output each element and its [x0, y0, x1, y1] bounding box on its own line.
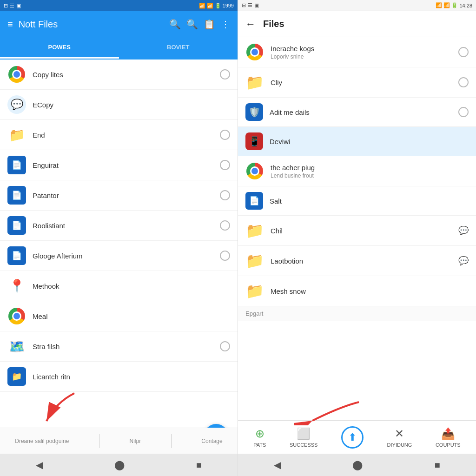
tab-powes[interactable]: POWES	[0, 37, 119, 59]
app-name: Enguirat	[33, 161, 213, 169]
shield-file-icon: 🛡️	[245, 103, 263, 121]
radio-button[interactable]	[220, 190, 230, 200]
chrome-file-icon	[245, 43, 264, 61]
folder-file-icon-2: 📁	[245, 221, 264, 240]
file-item[interactable]: 📄 Salt	[238, 186, 476, 216]
file-name: Adit me dails	[270, 108, 452, 116]
file-item[interactable]: 📁 Cliy	[238, 67, 476, 98]
file-name: Mesh snow	[271, 287, 469, 295]
system-nav-bar-right: ◀ ⬤ ■	[238, 454, 476, 476]
app-name: ECopy	[33, 101, 230, 109]
folder-app-icon: 📁	[7, 126, 26, 144]
clip-icon[interactable]: 📋	[204, 19, 215, 30]
file-radio[interactable]	[458, 47, 469, 57]
list-item[interactable]: 📄 Enguirat	[0, 150, 238, 180]
radio-button[interactable]	[220, 130, 230, 140]
upload-button[interactable]: ⬆	[341, 426, 364, 449]
radio-button[interactable]	[220, 220, 230, 231]
right-status-left: ⊟☰▣	[242, 2, 259, 8]
list-item[interactable]: Copy lites	[0, 60, 238, 90]
app-name: Licantch ritn	[33, 373, 230, 381]
app-name: Patantor	[33, 192, 213, 199]
section-label: Epgart	[238, 306, 476, 321]
status-icons-left: ⊟☰▣	[4, 3, 21, 9]
list-item[interactable]: 📄 Patantor	[0, 180, 238, 211]
file-info: Laotbotion	[271, 257, 452, 265]
folder-file-icon: 📁	[245, 73, 264, 92]
couputs-button[interactable]: 📤 COUPUTS	[436, 427, 461, 448]
left-status-bar: ⊟☰▣ 📶📶🔋 1999	[0, 0, 238, 11]
file-radio[interactable]	[458, 77, 469, 87]
radio-button[interactable]	[220, 69, 230, 79]
file-item[interactable]: 📁 Mesh snow	[238, 276, 476, 306]
file-item[interactable]: 📁 Laotbotion 💬	[238, 246, 476, 276]
file-item[interactable]: 🛡️ Adit me dails	[238, 98, 476, 127]
file-name: Laotbotion	[271, 257, 452, 265]
red-app-file-icon: 📱	[245, 132, 263, 150]
list-item[interactable]: 💬 ECopy	[0, 90, 238, 120]
list-item[interactable]: 📁 End	[0, 120, 238, 150]
back-button[interactable]: ←	[245, 18, 256, 30]
file-info: Chil	[271, 227, 452, 235]
bottom-nav-item-1[interactable]: Dreane salil podguine	[15, 438, 69, 444]
back-nav-icon[interactable]: ◀	[36, 459, 43, 470]
recent-nav-icon[interactable]: ■	[196, 460, 202, 470]
file-name: Salt	[270, 197, 469, 205]
home-nav-icon-right[interactable]: ⬤	[352, 459, 363, 470]
bottom-nav-item-3[interactable]: Contage	[201, 438, 222, 444]
file-item[interactable]: 📁 Chil 💬	[238, 216, 476, 246]
recent-nav-icon-right[interactable]: ■	[435, 460, 440, 470]
pats-icon: ⊕	[255, 427, 264, 440]
back-nav-icon-right[interactable]: ◀	[274, 459, 281, 470]
app-name: Roolistiant	[33, 222, 213, 230]
left-toolbar: ≡ Nott Files 🔍 🔍 📋 ⋮	[0, 11, 238, 37]
more-icon[interactable]: ⋮	[221, 19, 230, 30]
doc-file-icon: 📄	[245, 192, 263, 210]
list-item[interactable]: Meal	[0, 301, 238, 331]
tab-boviet[interactable]: BOVIET	[119, 37, 238, 59]
list-item[interactable]: 📄 Roolistiant	[0, 211, 238, 241]
app-list: Copy lites 💬 ECopy 📁 End 📄 Enguirat	[0, 60, 238, 428]
file-item[interactable]: Inerache kogs Loporlv snine	[238, 37, 476, 67]
left-panel: ⊟☰▣ 📶📶🔋 1999 ≡ Nott Files 🔍 🔍 📋 ⋮ POWES …	[0, 0, 238, 476]
nav-divider	[99, 434, 99, 448]
file-name: Cliy	[271, 79, 452, 86]
file-name: Deviwi	[270, 138, 469, 145]
radio-button[interactable]	[220, 341, 230, 351]
file-radio[interactable]	[458, 107, 469, 117]
search-icon-1[interactable]: 🔍	[169, 19, 181, 30]
doc-app-icon: 📄	[7, 156, 26, 174]
file-info: Deviwi	[270, 138, 469, 145]
nav-divider-2	[171, 434, 172, 448]
right-panel-title: Files	[263, 19, 469, 29]
list-item[interactable]: 📁 Licantch ritn	[0, 362, 238, 392]
chrome-app-icon	[7, 65, 26, 84]
successs-button[interactable]: ⬜ SUCCESSS	[290, 427, 318, 448]
list-item[interactable]: 📍 Methook	[0, 271, 238, 301]
radio-button[interactable]	[220, 251, 230, 261]
file-info: Mesh snow	[271, 287, 469, 295]
bottom-nav-item-2[interactable]: Nilpr	[130, 438, 141, 444]
list-item[interactable]: 🗺️ Stra filsh	[0, 331, 238, 362]
diyidung-label: DIYIDUNG	[387, 442, 412, 448]
list-item[interactable]: 📄 Glooge Afterium	[0, 241, 238, 271]
pats-button[interactable]: ⊕ PATS	[253, 427, 266, 448]
menu-icon[interactable]: ≡	[7, 19, 13, 30]
file-sub: Loporlv snine	[271, 53, 452, 60]
file-item[interactable]: the acher piug Lend busine frout	[238, 156, 476, 186]
radio-button[interactable]	[220, 160, 230, 170]
file-info: Salt	[270, 197, 469, 205]
folder-blue-icon: 📁	[7, 367, 26, 386]
home-nav-icon[interactable]: ⬤	[114, 459, 125, 470]
file-info: Adit me dails	[270, 108, 452, 116]
diyidung-button[interactable]: ✕ DIYIDUNG	[387, 427, 412, 448]
file-name: the acher piug	[271, 164, 469, 172]
search-icon-2[interactable]: 🔍	[186, 19, 198, 30]
file-item-selected[interactable]: 📱 Deviwi	[238, 127, 476, 156]
app-name: Glooge Afterium	[33, 252, 213, 260]
bottom-nav-left: Dreane salil podguine Nilpr Contage	[0, 428, 238, 454]
status-time-left: 1999	[223, 3, 234, 8]
file-info: the acher piug Lend busine frout	[271, 164, 469, 179]
system-nav-bar-left: ◀ ⬤ ■	[0, 454, 238, 476]
file-info: Inerache kogs Loporlv snine	[271, 45, 452, 60]
